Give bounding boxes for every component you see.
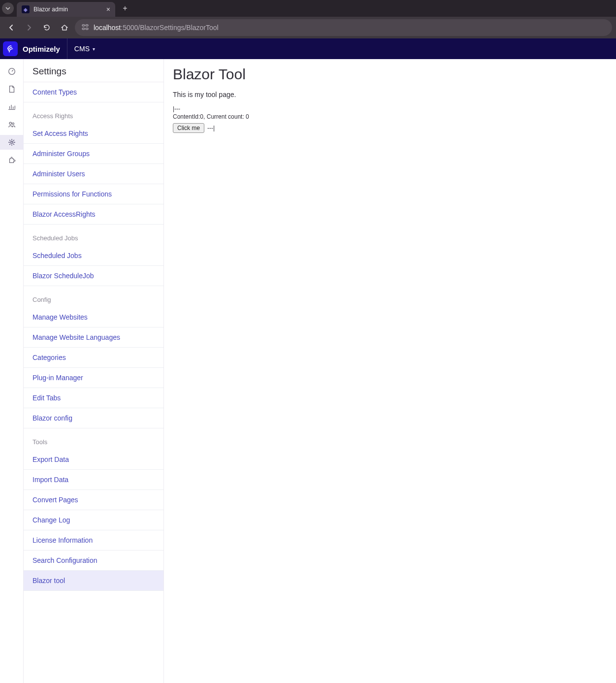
rail-settings[interactable] — [0, 135, 24, 150]
chevron-down-icon — [5, 7, 10, 10]
reload-icon — [43, 24, 51, 32]
tab-close-icon[interactable]: × — [106, 5, 110, 13]
topnav-cms[interactable]: CMS ▾ — [67, 38, 102, 59]
page-description: This is my tool page. — [173, 91, 607, 98]
icon-rail — [0, 59, 24, 683]
rail-reports[interactable] — [3, 99, 21, 114]
address-bar[interactable]: localhost:5000/BlazorSettings/BlazorTool — [75, 19, 612, 36]
separator-text: |--- — [173, 105, 607, 112]
svg-rect-2 — [82, 28, 85, 30]
settings-nav-item[interactable]: License Information — [24, 530, 163, 551]
settings-nav-item[interactable]: Import Data — [24, 470, 163, 490]
settings-nav-item[interactable]: Blazor tool — [24, 571, 163, 591]
tab-favicon: ◈ — [22, 5, 30, 13]
settings-group-title: Access Rights — [24, 102, 163, 124]
settings-nav-item[interactable]: Search Configuration — [24, 551, 163, 571]
counter-text: ContentId:0, Current count: 0 — [173, 113, 607, 120]
svg-point-5 — [9, 122, 12, 125]
browser-toolbar: localhost:5000/BlazorSettings/BlazorTool — [0, 17, 616, 38]
settings-nav-item[interactable]: Blazor config — [24, 408, 163, 428]
tab-title: Blazor admin — [33, 6, 102, 13]
back-button[interactable] — [4, 20, 19, 35]
settings-nav-item[interactable]: Scheduled Jobs — [24, 246, 163, 266]
rail-addons[interactable] — [3, 153, 21, 167]
topnav-label: CMS — [74, 45, 90, 53]
settings-nav-item[interactable]: Export Data — [24, 450, 163, 470]
settings-title: Settings — [24, 59, 163, 82]
settings-nav-item[interactable]: Set Access Rights — [24, 124, 163, 144]
settings-group-title: Config — [24, 286, 163, 307]
chart-icon — [7, 102, 16, 111]
home-button[interactable] — [57, 20, 72, 35]
svg-rect-0 — [82, 25, 85, 26]
settings-nav-item[interactable]: Edit Tabs — [24, 388, 163, 408]
gauge-icon — [7, 67, 16, 76]
page-title: Blazor Tool — [173, 66, 607, 83]
svg-rect-3 — [86, 28, 88, 30]
rail-dashboard[interactable] — [3, 64, 21, 79]
arrow-left-icon — [7, 24, 15, 32]
settings-panel: Settings Content TypesAccess RightsSet A… — [24, 59, 164, 683]
settings-nav-item[interactable]: Plug-in Manager — [24, 368, 163, 388]
brand-logo-icon — [3, 41, 18, 56]
app-body: Settings Content TypesAccess RightsSet A… — [0, 59, 616, 683]
chevron-down-icon: ▾ — [93, 46, 95, 52]
click-me-button[interactable]: Click me — [173, 123, 204, 133]
trail-text: ---| — [207, 125, 215, 131]
browser-tab[interactable]: ◈ Blazor admin × — [17, 2, 115, 17]
settings-group-title: Tools — [24, 428, 163, 450]
svg-point-6 — [12, 123, 14, 125]
page-edit-icon — [7, 85, 16, 94]
settings-nav-item[interactable]: Change Log — [24, 510, 163, 530]
reload-button[interactable] — [39, 20, 54, 35]
arrow-right-icon — [25, 24, 33, 32]
url-path: :5000/BlazorSettings/BlazorTool — [121, 24, 218, 32]
brand-name: Optimizely — [23, 45, 60, 53]
url-text: localhost:5000/BlazorSettings/BlazorTool — [94, 24, 219, 32]
brand[interactable]: Optimizely — [0, 38, 67, 59]
settings-nav-item[interactable]: Blazor ScheduleJob — [24, 266, 163, 286]
settings-nav-item[interactable]: Blazor AccessRights — [24, 204, 163, 225]
settings-nav-item[interactable]: Permissions for Functions — [24, 184, 163, 204]
site-settings-icon[interactable] — [82, 24, 89, 32]
settings-nav-item[interactable]: Convert Pages — [24, 490, 163, 510]
url-host: localhost — [94, 24, 121, 32]
tabs-dropdown-button[interactable] — [2, 2, 14, 14]
gear-icon — [7, 138, 16, 147]
settings-group-title: Scheduled Jobs — [24, 225, 163, 246]
home-icon — [61, 24, 68, 32]
browser-chrome: ◈ Blazor admin × + localhost:5000/Blazor… — [0, 0, 616, 38]
button-row: Click me ---| — [173, 123, 607, 133]
rail-edit[interactable] — [3, 82, 21, 97]
settings-nav-item[interactable]: Manage Website Languages — [24, 327, 163, 348]
rail-audiences[interactable] — [3, 117, 21, 132]
forward-button[interactable] — [22, 20, 36, 35]
svg-rect-1 — [86, 25, 88, 26]
settings-nav-item[interactable]: Content Types — [24, 82, 163, 102]
new-tab-button[interactable]: + — [118, 1, 132, 15]
settings-scroll[interactable]: Content TypesAccess RightsSet Access Rig… — [24, 82, 163, 683]
svg-point-7 — [10, 141, 12, 143]
settings-nav-item[interactable]: Administer Users — [24, 164, 163, 184]
puzzle-icon — [7, 156, 16, 164]
tab-bar: ◈ Blazor admin × + — [0, 0, 616, 17]
settings-nav-item[interactable]: Administer Groups — [24, 144, 163, 164]
settings-nav-item[interactable]: Manage Websites — [24, 307, 163, 327]
content-area: Blazor Tool This is my tool page. |--- C… — [164, 59, 616, 683]
settings-nav-item[interactable]: Categories — [24, 348, 163, 368]
users-icon — [7, 120, 16, 129]
app-topbar: Optimizely CMS ▾ — [0, 38, 616, 59]
